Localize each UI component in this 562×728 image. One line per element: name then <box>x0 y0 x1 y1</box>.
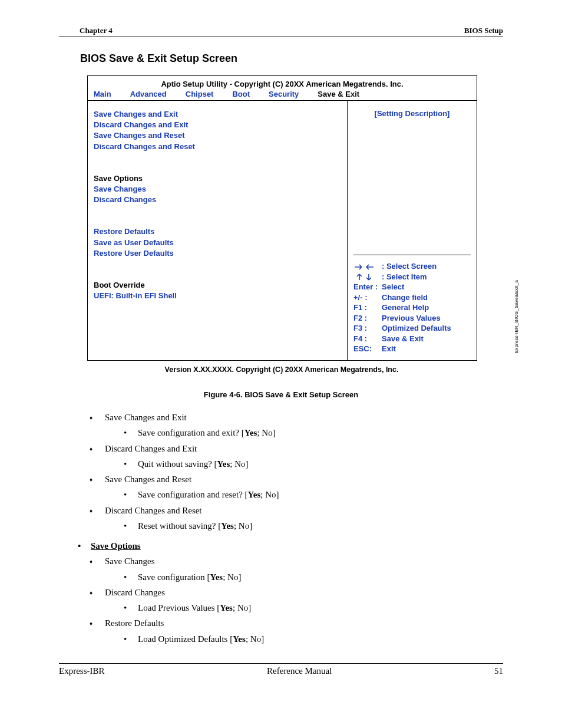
menu-save-reset[interactable]: Save Changes and Reset <box>94 130 341 141</box>
menu-save-exit[interactable]: Save Changes and Exit <box>94 109 341 120</box>
section-title: BIOS Save & Exit Setup Screen <box>80 52 503 65</box>
sub-save-reset: Save configuration and reset? [Yes; No] <box>138 487 503 502</box>
bios-tabs: Main Advanced Chipset Boot Security Save… <box>88 88 477 101</box>
bios-utility-title: Aptio Setup Utility - Copyright (C) 20XX… <box>88 76 477 88</box>
chapter-label: Chapter 4 <box>80 26 113 35</box>
sub-discard-exit: Quit without saving? [Yes; No] <box>138 456 503 472</box>
sub-discard-reset: Reset without saving? [Yes; No] <box>138 518 503 533</box>
tab-advanced[interactable]: Advanced <box>130 90 176 98</box>
item-save-exit: Save Changes and Exit <box>105 413 187 422</box>
help-panel: : Select Screen : Select Item Enter :Sel… <box>353 255 471 354</box>
sub-discard-changes: Load Previous Values [Yes; No] <box>138 600 503 615</box>
sub-restore-defaults: Load Optimized Defaults [Yes; No] <box>138 631 503 647</box>
arrows-lr-icon <box>353 261 382 272</box>
menu-save-changes[interactable]: Save Changes <box>94 184 341 195</box>
bios-screen: Aptio Setup Utility - Copyright (C) 20XX… <box>87 75 477 361</box>
tab-security[interactable]: Security <box>269 90 308 98</box>
page-header: Chapter 4 BIOS Setup <box>59 24 503 37</box>
footer-center: Reference Manual <box>267 666 332 676</box>
tab-main[interactable]: Main <box>94 90 121 98</box>
key-f1: F1 : <box>353 302 382 313</box>
page-footer: Express-IBR Reference Manual 51 <box>59 663 503 676</box>
key-plusminus: +/- : <box>353 292 382 303</box>
footer-page-number: 51 <box>494 666 503 676</box>
bios-left-panel: Save Changes and Exit Discard Changes an… <box>88 101 348 360</box>
setting-description: [Setting Description] <box>353 109 471 118</box>
menu-uefi-shell[interactable]: UEFI: Built-in EFI Shell <box>94 291 341 301</box>
key-enter: Enter : <box>353 282 382 292</box>
footer-left: Express-IBR <box>59 666 105 676</box>
menu-save-user-defaults[interactable]: Save as User Defaults <box>94 238 341 248</box>
tab-boot[interactable]: Boot <box>232 90 259 98</box>
item-save-reset: Save Changes and Reset <box>105 475 191 484</box>
description-list: Save Changes and Exit Save configuration… <box>59 410 503 533</box>
section-label: BIOS Setup <box>464 26 503 35</box>
bios-right-panel: [Setting Description] : Select Screen : … <box>348 101 477 360</box>
key-f4: F4 : <box>353 334 382 344</box>
arrows-ud-icon <box>353 272 382 282</box>
figure-caption: Figure 4-6. BIOS Save & Exit Setup Scree… <box>59 390 503 399</box>
menu-discard-changes[interactable]: Discard Changes <box>94 195 341 205</box>
menu-restore-user-defaults[interactable]: Restore User Defaults <box>94 248 341 259</box>
item-discard-reset: Discard Changes and Reset <box>105 506 202 515</box>
sub-save-changes: Save configuration [Yes; No] <box>138 569 503 585</box>
menu-restore-defaults[interactable]: Restore Defaults <box>94 226 341 237</box>
bios-version-line: Version X.XX.XXXX. Copyright (C) 20XX Am… <box>87 365 476 374</box>
figure-side-label: Express-IBR_BIOS_Save&Exit_a <box>514 280 519 353</box>
key-f3: F3 : <box>353 323 382 334</box>
item-discard-changes: Discard Changes <box>105 588 165 597</box>
boot-override-header: Boot Override <box>94 280 341 291</box>
tab-chipset[interactable]: Chipset <box>186 90 223 98</box>
save-options-header: Save Options <box>94 173 341 184</box>
tab-save-exit[interactable]: Save & Exit <box>318 90 369 101</box>
sub-save-exit: Save configuration and exit? [Yes; No] <box>138 425 503 440</box>
key-esc: ESC: <box>353 344 382 354</box>
item-discard-exit: Discard Changes and Exit <box>105 444 197 453</box>
menu-discard-reset[interactable]: Discard Changes and Reset <box>94 141 341 152</box>
item-save-changes: Save Changes <box>105 556 155 566</box>
menu-discard-exit[interactable]: Discard Changes and Exit <box>94 120 341 130</box>
item-restore-defaults: Restore Defaults <box>105 618 164 628</box>
key-f2: F2 : <box>353 313 382 324</box>
save-options-heading: Save Options <box>91 541 141 551</box>
